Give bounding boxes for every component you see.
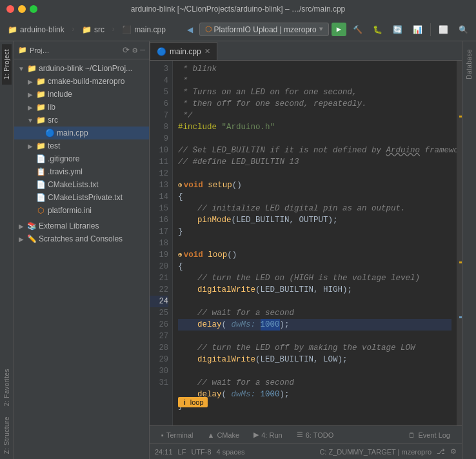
test-label: test [48, 141, 60, 150]
debug-button[interactable]: 🐛 [369, 24, 386, 36]
code-line: * Turns on an LED on for one second, [178, 87, 451, 98]
indent-item[interactable]: 4 spaces [217, 448, 245, 456]
folder-icon: 📁 [35, 103, 46, 112]
file-nav-item[interactable]: ⬛ main.cpp [118, 24, 170, 36]
encoding-label: UTF-8 [191, 448, 211, 456]
loop-badge-label: loop [190, 398, 204, 406]
folder-icon: 📁 [35, 90, 46, 99]
close-button[interactable] [6, 5, 14, 13]
event-log-tab[interactable]: 🗒 Event Log [402, 429, 457, 441]
code-line: // wait for a second [178, 307, 451, 319]
left-vertical-tabs: 1: Project 2: Favorites Z: Structure [0, 41, 14, 459]
code-line: delay( dwMs: 1000); [178, 389, 451, 400]
panel-header: 📁 Proj… ⟳ ⚙ — [14, 41, 149, 59]
tree-item-platformio[interactable]: ⬡ platformio.ini [14, 204, 149, 217]
cursor-position[interactable]: 24:11 [155, 448, 173, 456]
tree-item-ext-libs[interactable]: ▶ 📚 External Libraries [14, 219, 149, 232]
tree-item-test[interactable]: ▶ 📁 test [14, 139, 149, 152]
search-everywhere-button[interactable]: 🔍 [455, 24, 472, 36]
back-button[interactable]: ◀ [183, 24, 197, 36]
tree-arrow-scratches: ▶ [17, 236, 26, 243]
editor-area: 🔵 main.cpp ✕ 34567 89101112 1314151617 1… [150, 41, 462, 459]
panel-header-title: 📁 Proj… [18, 46, 50, 54]
maximize-button[interactable] [30, 5, 37, 13]
code-content[interactable]: * blink * * Turns on an LED on for one s… [173, 61, 457, 425]
line-sep-item[interactable]: LF [178, 448, 186, 456]
settings-status-button[interactable]: ⚙ [450, 447, 457, 456]
tree-item-scratches[interactable]: ▶ ✏️ Scratches and Consoles [14, 232, 149, 245]
tree-arrow-src: ▼ [26, 117, 35, 124]
code-line: } [178, 226, 451, 238]
code-line [178, 331, 451, 342]
tree-item-gitignore[interactable]: 📄 .gitignore [14, 152, 149, 165]
gitignore-label: .gitignore [48, 154, 79, 163]
settings-icon[interactable]: ⚙ [132, 45, 137, 56]
status-bar: 24:11 LF UTF-8 4 spaces C: Z_DUMMY_TARGE… [150, 444, 462, 459]
run-icon: ▶ [337, 25, 341, 34]
coverage-button[interactable]: 🔄 [389, 24, 406, 36]
encoding-item[interactable]: UTF-8 [191, 448, 211, 456]
fold-icon: ⊕ [178, 179, 183, 191]
loop-badge-icon: i [182, 399, 188, 406]
project-nav-item[interactable]: 📁 arduino-blink [4, 24, 68, 36]
build-button[interactable]: 🔨 [349, 24, 366, 36]
sidebar-right-database[interactable]: Database [464, 44, 474, 85]
minimize-button[interactable] [18, 5, 26, 13]
code-line: // turn the LED off by making the voltag… [178, 342, 451, 354]
sidebar-item-project[interactable]: 1: Project [2, 44, 12, 85]
tree-item-src[interactable]: ▼ 📁 src [14, 114, 149, 127]
scratches-icon: ✏️ [26, 234, 37, 243]
todo-icon: ☰ [297, 431, 303, 439]
run-button[interactable]: ▶ [332, 23, 346, 36]
tree-item-travis[interactable]: 📋 .travis.yml [14, 165, 149, 178]
tree-root[interactable]: ▼ 📁 arduino-blink ~/CLionProj... [14, 62, 149, 75]
hide-icon[interactable]: — [140, 45, 145, 56]
panel-title-text: Proj… [30, 46, 50, 54]
editor-tab-main-cpp[interactable]: 🔵 main.cpp ✕ [150, 42, 217, 60]
line-sep-label: LF [178, 448, 186, 456]
file-icon: 📄 [35, 154, 46, 163]
cmake-tab[interactable]: ▲ CMake [201, 429, 246, 441]
fold-icon: ⊕ [178, 249, 183, 261]
toolbar-separator [430, 23, 431, 36]
expand-button[interactable]: ⬜ [435, 24, 452, 36]
code-line [178, 365, 451, 377]
code-line: * [178, 75, 451, 87]
tree-item-include[interactable]: ▶ 📁 include [14, 88, 149, 101]
settings-status-icon: ⚙ [450, 447, 457, 456]
code-line: // #define LED_BUILTIN 13 [178, 156, 451, 168]
todo-tab[interactable]: ☰ 6: TODO [290, 429, 341, 441]
search-icon: 🔍 [459, 25, 468, 34]
ext-libs-icon: 📚 [26, 221, 37, 230]
bug-icon: 🐛 [373, 25, 382, 34]
profile-icon: 📊 [413, 25, 422, 34]
code-line [178, 238, 451, 249]
target-item[interactable]: C: Z_DUMMY_TARGET | mzeropro [319, 448, 431, 456]
sidebar-item-favorites[interactable]: 2: Favorites [2, 363, 12, 411]
back-icon: ◀ [187, 25, 193, 34]
profile-button[interactable]: 📊 [409, 24, 426, 36]
src-nav-item[interactable]: 📁 src [78, 24, 108, 36]
tree-item-cmake[interactable]: 📄 CMakeLists.txt [14, 178, 149, 191]
main-area: 1: Project 2: Favorites Z: Structure 📁 P… [0, 41, 476, 459]
cursor-pos-label: 24:11 [155, 448, 173, 456]
git-icon: ⎇ [437, 447, 445, 456]
project-panel: 📁 Proj… ⟳ ⚙ — ▼ 📁 arduino-blink ~/CLionP… [14, 41, 150, 459]
tab-close-button[interactable]: ✕ [204, 47, 210, 56]
code-line: pinMode(LED_BUILTIN, OUTPUT); [178, 214, 451, 226]
tree-item-cmake-private[interactable]: 📄 CMakeListsPrivate.txt [14, 191, 149, 204]
platformio-run-config[interactable]: ⬡ PlatformIO Upload | mzeropro ▼ [199, 23, 329, 36]
sidebar-item-structure[interactable]: Z: Structure [2, 411, 12, 459]
git-button[interactable]: ⎇ [437, 447, 445, 456]
tree-item-cmake-build[interactable]: ▶ 📁 cmake-build-mzeropro [14, 75, 149, 88]
run-tab[interactable]: ▶ 4: Run [247, 429, 288, 441]
coverage-icon: 🔄 [393, 25, 402, 34]
root-label: arduino-blink ~/CLionProj... [39, 64, 132, 73]
tree-item-lib[interactable]: ▶ 📁 lib [14, 101, 149, 114]
code-line: // wait for a second [178, 377, 451, 389]
line-numbers: 34567 89101112 1314151617 1819202122 24 … [150, 61, 173, 425]
terminal-tab[interactable]: ▪ Terminal [155, 429, 199, 441]
sync-icon[interactable]: ⟳ [123, 45, 130, 56]
tree-item-main-cpp[interactable]: 🔵 main.cpp [14, 127, 149, 139]
folder-icon: 📁 [35, 141, 46, 150]
